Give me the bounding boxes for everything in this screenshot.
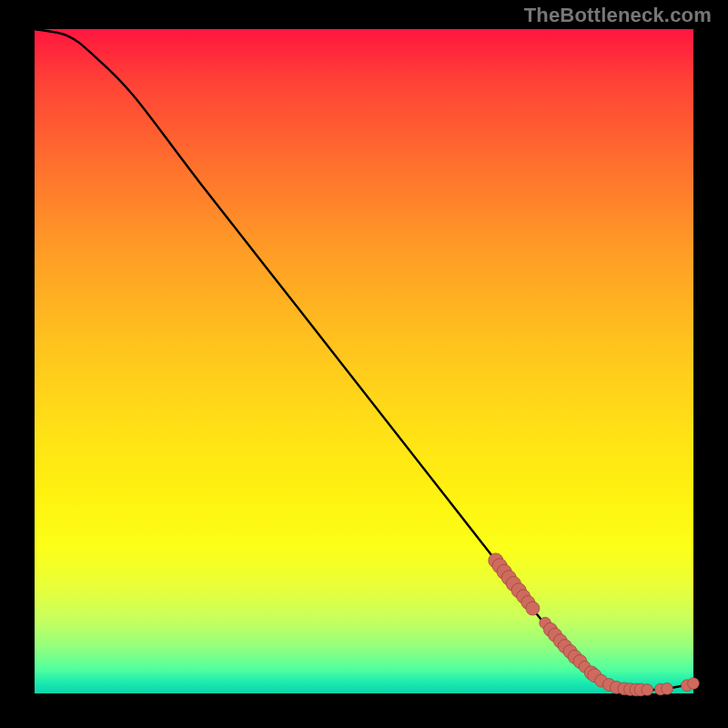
curve-line — [35, 29, 693, 690]
chart-svg — [35, 29, 693, 693]
data-dot — [688, 678, 700, 690]
data-dot — [662, 683, 673, 695]
watermark-text: TheBottleneck.com — [524, 4, 712, 27]
plot-area — [35, 29, 693, 693]
chart-frame: TheBottleneck.com — [0, 0, 728, 728]
data-dot — [526, 602, 540, 615]
data-dot — [642, 684, 653, 696]
data-dots — [489, 553, 700, 696]
